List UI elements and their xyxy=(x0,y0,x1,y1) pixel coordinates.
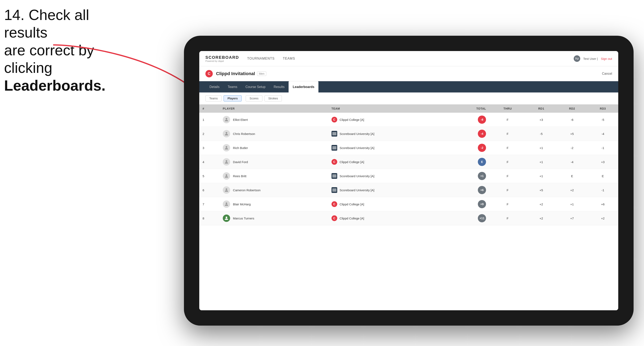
tab-teams[interactable]: Teams xyxy=(224,81,241,92)
cell-rd1: +3 xyxy=(526,113,557,127)
cell-rank: 8 xyxy=(199,211,220,225)
cell-player: David Ford xyxy=(220,155,328,169)
cell-team: CClippd College [A] xyxy=(328,211,450,225)
cell-thru: F xyxy=(489,113,526,127)
filter-strokes[interactable]: Strokes xyxy=(264,95,282,101)
cell-rank: 3 xyxy=(199,141,220,155)
nav-teams[interactable]: TEAMS xyxy=(283,57,295,60)
player-avatar xyxy=(223,116,230,123)
cell-rank: 4 xyxy=(199,155,220,169)
cell-player: Rich Butler xyxy=(220,141,328,155)
cell-rd1: +1 xyxy=(526,155,557,169)
cell-rd1: +1 xyxy=(526,141,557,155)
svg-point-6 xyxy=(226,188,227,190)
cell-team: Scoreboard University [A] xyxy=(328,169,450,183)
team-logo-sb xyxy=(332,187,337,193)
instruction-text: 14. Check all results are correct by cli… xyxy=(4,6,127,94)
player-name: Rich Butler xyxy=(233,146,248,150)
tab-details[interactable]: Details xyxy=(206,81,224,92)
col-rd3: RD3 xyxy=(588,105,618,113)
cell-rd3: -5 xyxy=(588,113,618,127)
cell-player: Cameron Robertson xyxy=(220,183,328,197)
cell-team: CClippd College [A] xyxy=(328,155,450,169)
cell-thru: F xyxy=(489,169,526,183)
cancel-button[interactable]: Cancel xyxy=(602,72,612,76)
cell-rd2: -6 xyxy=(557,113,588,127)
filter-teams[interactable]: Teams xyxy=(206,95,222,101)
team-logo-sb xyxy=(332,131,337,137)
cell-rd1: +2 xyxy=(526,197,557,211)
cell-rank: 7 xyxy=(199,197,220,211)
tab-leaderboards[interactable]: Leaderboards xyxy=(288,81,318,92)
team-name: Clippd College [A] xyxy=(340,202,364,206)
cell-rd1: -5 xyxy=(526,127,557,141)
team-name: Scoreboard University [A] xyxy=(340,146,374,150)
cell-rank: 2 xyxy=(199,127,220,141)
instruction-line2: are correct by clicking xyxy=(4,42,94,76)
player-avatar xyxy=(223,172,230,180)
col-total: TOTAL xyxy=(450,105,490,113)
tab-results[interactable]: Results xyxy=(270,81,288,92)
col-player: PLAYER xyxy=(220,105,328,113)
svg-point-8 xyxy=(226,217,227,218)
cell-total: +1 xyxy=(450,169,490,183)
team-name: Scoreboard University [A] xyxy=(340,132,374,136)
cell-thru: F xyxy=(489,155,526,169)
filter-players[interactable]: Players xyxy=(224,95,242,101)
logo-subtitle: Powered by clippd xyxy=(206,60,239,62)
cell-rd3: -1 xyxy=(588,141,618,155)
cell-total: E xyxy=(450,155,490,169)
tournament-badge: Men xyxy=(257,71,266,76)
player-name: David Ford xyxy=(233,160,248,164)
cell-rd3: -1 xyxy=(588,183,618,197)
cell-thru: F xyxy=(489,141,526,155)
col-thru: THRU xyxy=(489,105,526,113)
score-badge: +11 xyxy=(478,214,486,222)
team-name: Clippd College [A] xyxy=(340,217,364,220)
tournament-header: C Clippd Invitational Men Cancel xyxy=(199,66,618,81)
cell-rd1: +2 xyxy=(526,211,557,225)
col-rd1: RD1 xyxy=(526,105,557,113)
cell-team: Scoreboard University [A] xyxy=(328,183,450,197)
cell-rd1: +5 xyxy=(526,183,557,197)
table-row: 4David FordCClippd College [A]EF+1-4+3 xyxy=(199,155,618,169)
col-rank: # xyxy=(199,105,220,113)
player-name: Cameron Robertson xyxy=(233,188,260,192)
navbar: SCOREBOARD Powered by clippd TOURNAMENTS… xyxy=(199,51,618,66)
cell-rd2: +7 xyxy=(557,211,588,225)
score-badge: +9 xyxy=(478,200,486,208)
cell-total: -8 xyxy=(450,113,490,127)
cell-total: +6 xyxy=(450,183,490,197)
tab-bar: Details Teams Course Setup Results Leade… xyxy=(199,81,618,92)
team-name: Scoreboard University [A] xyxy=(340,174,374,178)
team-name: Clippd College [A] xyxy=(340,118,364,122)
cell-total: +9 xyxy=(450,197,490,211)
table-row: 3Rich ButlerScoreboard University [A]-2F… xyxy=(199,141,618,155)
score-badge: -8 xyxy=(478,116,486,124)
nav-tournaments[interactable]: TOURNAMENTS xyxy=(247,57,274,60)
score-badge: -2 xyxy=(478,144,486,152)
score-badge: +6 xyxy=(478,186,486,194)
cell-rd2: +5 xyxy=(557,127,588,141)
cell-rd2: +1 xyxy=(557,197,588,211)
svg-point-3 xyxy=(226,146,227,148)
table-row: 2Chris RobertsonScoreboard University [A… xyxy=(199,127,618,141)
leaderboard-table: # PLAYER TEAM TOTAL THRU RD1 RD2 RD3 1El… xyxy=(199,105,618,310)
cell-player: Elliot Ebert xyxy=(220,113,328,127)
cell-team: Scoreboard University [A] xyxy=(328,141,450,155)
tab-course-setup[interactable]: Course Setup xyxy=(241,81,270,92)
table-row: 7Blair McHargCClippd College [A]+9F+2+1+… xyxy=(199,197,618,211)
cell-rd3: +6 xyxy=(588,197,618,211)
svg-point-2 xyxy=(226,132,227,134)
cell-player: Marcus Turners xyxy=(220,211,328,225)
filter-scores[interactable]: Scores xyxy=(246,95,262,101)
col-rd2: RD2 xyxy=(557,105,588,113)
player-avatar xyxy=(223,130,230,137)
score-badge: +1 xyxy=(478,172,486,180)
tournament-title: Clippd Invitational xyxy=(216,71,255,76)
tournament-icon: C xyxy=(206,70,213,77)
cell-player: Rees Britt xyxy=(220,169,328,183)
sign-out-link[interactable]: Sign out xyxy=(601,57,612,60)
team-logo-sb xyxy=(332,173,337,179)
cell-rd2: E xyxy=(557,169,588,183)
